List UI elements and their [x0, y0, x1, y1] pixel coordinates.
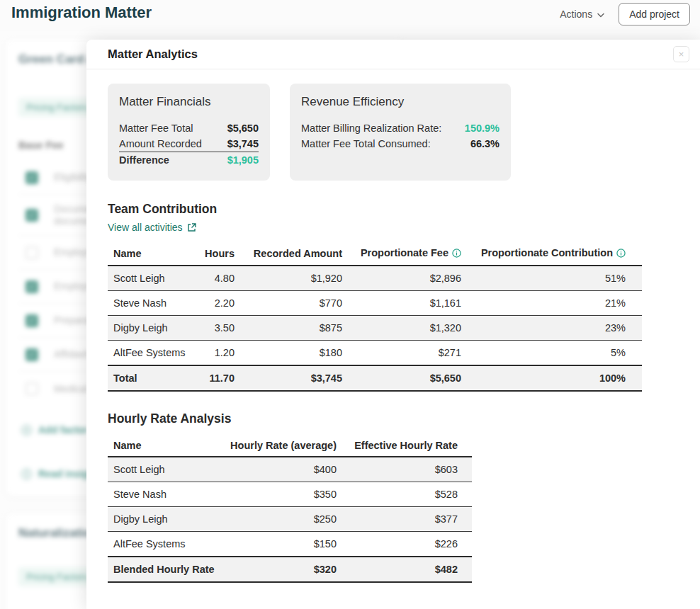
hourly-rate-heading: Hourly Rate Analysis	[108, 411, 679, 426]
column-header-name: Name	[108, 242, 182, 266]
revenue-efficiency-card: Revenue Efficiency Matter Billing Realiz…	[290, 84, 511, 181]
matter-financials-card: Matter Financials Matter Fee Total $5,65…	[108, 84, 270, 181]
table-header-row: Name Hourly Rate (average) Effective Hou…	[108, 435, 472, 457]
card-title: Revenue Efficiency	[301, 95, 499, 109]
row-label: Matter Billing Realization Rate:	[301, 120, 441, 136]
team-contribution-heading: Team Contribution	[108, 202, 679, 217]
hourly-rate-table: Name Hourly Rate (average) Effective Hou…	[108, 435, 472, 583]
info-icon[interactable]	[452, 249, 461, 260]
row-label: Amount Recorded	[119, 136, 202, 152]
table-total-row: Blended Hourly Rate $320 $482	[108, 557, 472, 582]
actions-label: Actions	[560, 8, 592, 20]
table-row: AltFee Systems $150 $226	[108, 532, 472, 557]
matter-analytics-modal: Matter Analytics × Matter Financials Mat…	[86, 40, 700, 609]
external-link-icon	[187, 223, 196, 232]
column-header-hours: Hours	[182, 242, 235, 266]
row-value: $1,905	[227, 152, 259, 168]
table-row: AltFee Systems 1.20 $180 $271 5%	[108, 341, 642, 366]
modal-title: Matter Analytics	[108, 47, 198, 61]
table-row: Scott Leigh $400 $603	[108, 457, 472, 482]
team-contribution-table: Name Hours Recorded Amount Proportionate…	[108, 242, 642, 392]
card-title: Matter Financials	[119, 95, 259, 109]
summary-cards: Matter Financials Matter Fee Total $5,65…	[108, 84, 679, 181]
financials-row: Difference $1,905	[119, 152, 259, 168]
row-label: Matter Fee Total	[119, 120, 193, 136]
efficiency-row: Matter Fee Total Consumed: 66.3%	[301, 136, 499, 152]
close-icon: ×	[679, 50, 684, 59]
row-value: 66.3%	[470, 136, 499, 152]
table-row: Digby Leigh 3.50 $875 $1,320 23%	[108, 316, 642, 341]
modal-header: Matter Analytics ×	[86, 40, 700, 69]
row-value: $3,745	[227, 136, 259, 152]
table-row: Digby Leigh $250 $377	[108, 507, 472, 532]
table-row: Scott Leigh 4.80 $1,920 $2,896 51%	[108, 266, 642, 291]
actions-dropdown[interactable]: Actions	[560, 8, 604, 20]
header-actions: Actions Add project	[560, 3, 690, 25]
financials-row: Amount Recorded $3,745	[119, 136, 259, 152]
view-all-activities-link[interactable]: View all activities	[108, 222, 196, 233]
table-header-row: Name Hours Recorded Amount Proportionate…	[108, 242, 642, 266]
financials-row: Matter Fee Total $5,650	[119, 120, 259, 136]
table-total-row: Total 11.70 $3,745 $5,650 100%	[108, 365, 642, 391]
page-title: Immigration Matter	[11, 4, 152, 22]
link-label: View all activities	[108, 222, 183, 233]
row-value: $5,650	[227, 120, 259, 136]
column-header-effective-rate: Effective Hourly Rate	[337, 435, 472, 457]
row-label: Matter Fee Total Consumed:	[301, 136, 431, 152]
efficiency-row: Matter Billing Realization Rate: 150.9%	[301, 120, 499, 136]
column-header-hourly-rate: Hourly Rate (average)	[213, 435, 337, 457]
table-row: Steve Nash $350 $528	[108, 482, 472, 507]
column-header-proportionate-contribution: Proportionate Contribution	[461, 242, 642, 266]
row-label: Difference	[119, 152, 169, 168]
column-header-proportionate-fee: Proportionate Fee	[342, 242, 461, 266]
add-project-button[interactable]: Add project	[619, 3, 690, 25]
modal-body: Matter Financials Matter Fee Total $5,65…	[86, 69, 700, 583]
info-icon[interactable]	[616, 249, 626, 260]
row-value: 150.9%	[465, 120, 499, 136]
chevron-down-icon	[597, 8, 604, 20]
column-header-name: Name	[108, 435, 213, 457]
table-row: Steve Nash 2.20 $770 $1,161 21%	[108, 291, 642, 316]
column-header-recorded-amount: Recorded Amount	[235, 242, 342, 266]
close-button[interactable]: ×	[673, 46, 689, 62]
